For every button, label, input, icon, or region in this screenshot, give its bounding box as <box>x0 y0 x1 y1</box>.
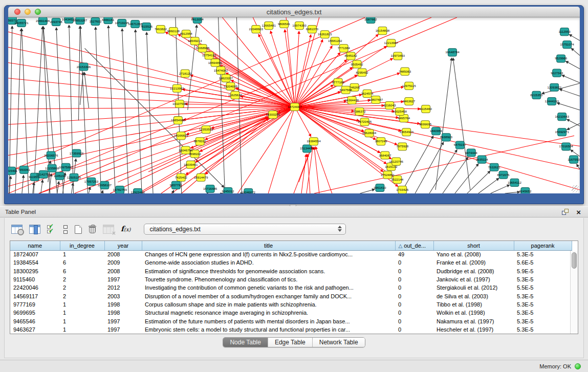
graph-node[interactable]: 20206576 <box>44 151 58 159</box>
column-header-pagerank[interactable]: pagerank <box>514 241 572 250</box>
graph-node[interactable]: 7632621 <box>488 163 501 171</box>
graph-node[interactable]: 16549213 <box>188 37 202 45</box>
graph-node[interactable]: 16154838 <box>376 27 390 35</box>
graph-node[interactable]: 9245652 <box>519 187 532 193</box>
table-scrollbar-thumb[interactable] <box>572 252 577 269</box>
close-panel-icon[interactable]: × <box>576 209 581 215</box>
table-row[interactable]: 977716911998Corpus callosum shape and si… <box>10 300 572 309</box>
graph-node[interactable]: 8471676 <box>497 171 510 179</box>
graph-node[interactable]: 12444193 <box>545 97 559 105</box>
graph-node[interactable]: 19384554 <box>307 138 321 145</box>
graph-node[interactable]: 3807249 <box>375 138 387 145</box>
graph-node[interactable]: 12213967 <box>384 39 399 47</box>
graph-node[interactable]: 9474444 <box>465 149 478 157</box>
graph-node[interactable]: 12353593 <box>199 126 213 134</box>
graph-node[interactable]: 15581202 <box>328 37 342 45</box>
graph-node[interactable]: 12975115 <box>402 82 416 90</box>
graph-node[interactable]: 12665481 <box>262 22 276 30</box>
graph-node[interactable]: 8945182 <box>345 52 358 60</box>
graph-node[interactable]: 9245012 <box>222 187 234 193</box>
graph-node[interactable]: 22048603 <box>249 26 264 33</box>
graph-node[interactable]: 10973493 <box>391 52 405 60</box>
graph-node[interactable]: 12213963 <box>170 84 184 92</box>
graph-node[interactable]: 10046872 <box>242 188 256 193</box>
network-canvas[interactable]: 7462661112953114519411675531527602161513… <box>8 17 580 193</box>
graph-node[interactable]: 13654923 <box>400 128 414 136</box>
graph-node[interactable]: 1840954 <box>430 127 443 135</box>
column-header-out_de[interactable]: △out_de... <box>395 241 433 250</box>
graph-node[interactable]: 15716485 <box>203 185 217 192</box>
delete-column-button[interactable] <box>88 224 97 234</box>
graph-node[interactable]: 9806541 <box>278 20 291 28</box>
table-row[interactable]: 969969511998Structural magnetic resonanc… <box>10 309 572 317</box>
graph-node[interactable]: 7975928 <box>396 143 409 150</box>
graph-node[interactable]: 17359928 <box>70 149 84 157</box>
tab-node-table[interactable]: Node Table <box>223 338 268 347</box>
graph-node[interactable]: 1527602 <box>89 18 102 26</box>
graph-node[interactable]: 12923468 <box>130 188 145 193</box>
graph-node[interactable]: 8938923 <box>440 134 453 141</box>
graph-node[interactable]: 12093822 <box>547 83 561 91</box>
network-select[interactable]: citations_edges.txt <box>144 224 346 235</box>
graph-node[interactable]: 16720405 <box>358 118 372 126</box>
graph-node[interactable]: 20691406 <box>36 17 50 25</box>
graph-node[interactable]: 8295492 <box>356 69 369 76</box>
graph-node[interactable]: 1167553 <box>568 156 580 163</box>
column-header-name[interactable]: name <box>10 241 60 250</box>
graph-node[interactable]: 16914479 <box>194 173 208 181</box>
graph-node[interactable]: 8413054 <box>191 17 204 24</box>
column-header-in_degree[interactable]: in_degree <box>60 241 104 250</box>
function-builder-button[interactable]: f(x) <box>120 224 131 235</box>
graph-node[interactable]: 10719195 <box>115 19 129 27</box>
float-panel-icon[interactable] <box>562 209 570 215</box>
graph-node[interactable]: 7485063 <box>399 68 411 75</box>
table-row[interactable]: 2242004622012Investigating the contribut… <box>10 283 572 292</box>
column-header-title[interactable]: title <box>142 241 395 250</box>
table-row[interactable]: 1456911722003Disruption of a novel membe… <box>10 292 572 300</box>
window-titlebar[interactable]: citations_edges.txt <box>8 7 580 17</box>
column-header-short[interactable]: short <box>433 241 514 250</box>
graph-node[interactable]: 8215353 <box>530 91 543 99</box>
graph-node[interactable]: 10974393 <box>292 22 307 30</box>
graph-node[interactable]: 17957253 <box>84 178 99 185</box>
table-scrollbar[interactable] <box>570 251 578 334</box>
graph-node[interactable]: 19166829 <box>174 132 188 140</box>
graph-node[interactable]: 9860128 <box>167 28 180 35</box>
graph-node[interactable]: 7771384 <box>338 45 351 52</box>
graph-node[interactable]: 9115460 <box>420 105 432 113</box>
row-height-button[interactable] <box>63 225 69 234</box>
graph-node[interactable]: 2093748 <box>50 18 63 26</box>
graph-node[interactable]: 2522144 <box>391 176 404 183</box>
column-visibility-button[interactable] <box>29 224 41 234</box>
graph-node[interactable]: 7463822 <box>155 26 167 33</box>
graph-node[interactable]: 6216043 <box>383 101 396 109</box>
graph-node[interactable]: 9529966 <box>555 55 568 62</box>
graph-node[interactable]: 6466161 <box>102 17 115 24</box>
graph-node[interactable]: 9505492 <box>351 60 364 68</box>
network-graph[interactable]: 7462661112953114519411675531527602161513… <box>8 17 580 193</box>
table-row[interactable]: 1830029562008Estimation of significance … <box>10 267 572 275</box>
table-row[interactable]: 946362711997Embryonic stem cells: a mode… <box>10 325 572 334</box>
graph-node[interactable]: 1112953 <box>559 28 571 36</box>
graph-node[interactable]: 9227343 <box>551 69 563 77</box>
graph-node[interactable]: 8912954 <box>180 30 193 38</box>
graph-node[interactable]: 9699695 <box>419 121 432 128</box>
column-header-year[interactable]: year <box>104 241 142 250</box>
canvas-resize-grip-icon[interactable] <box>572 185 579 192</box>
graph-node[interactable]: 9857791 <box>170 181 183 189</box>
graph-node[interactable]: 9463627 <box>403 97 416 105</box>
table-options-button[interactable] <box>11 224 23 234</box>
tab-edge-table[interactable]: Edge Table <box>268 338 312 347</box>
table-row[interactable]: 1872400712008Changes of HCN gene express… <box>10 250 572 258</box>
graph-node[interactable]: 19854988 <box>171 117 185 124</box>
graph-node[interactable]: 1145194 <box>54 172 66 180</box>
graph-node[interactable]: 17016504 <box>559 143 573 150</box>
graph-node[interactable]: 10975887 <box>59 163 73 171</box>
table-row[interactable]: 911546021997Tourette syndrome. Phenomeno… <box>10 275 572 283</box>
graph-node[interactable]: 2935114 <box>476 156 488 163</box>
graph-node[interactable]: 12505185 <box>67 173 81 181</box>
graph-node[interactable]: 9777169 <box>332 78 345 86</box>
table-row[interactable]: 1938455462009Genome-wide association stu… <box>10 258 572 267</box>
graph-node[interactable]: 16648784 <box>445 49 460 56</box>
graph-node[interactable]: 2718120 <box>179 70 192 77</box>
